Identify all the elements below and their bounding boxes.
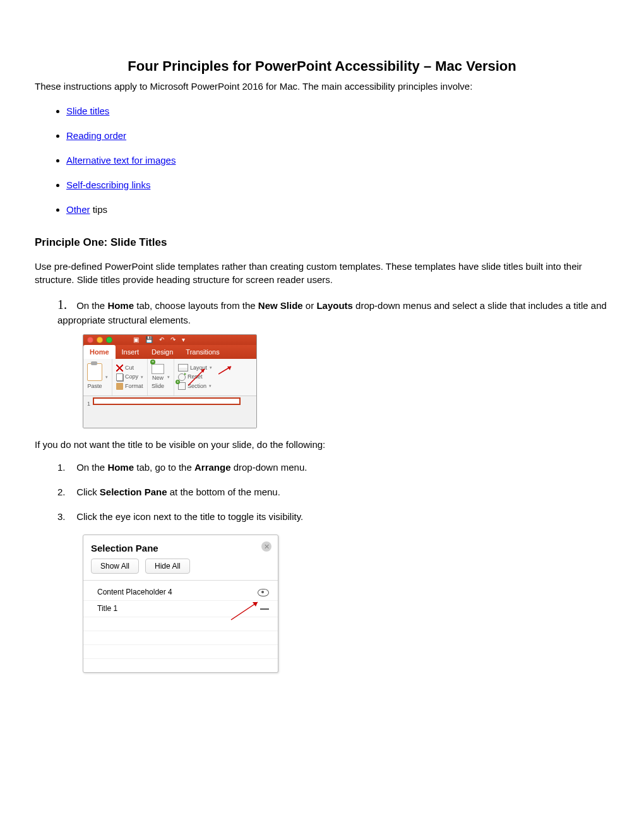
show-all-button: Show All [91, 559, 139, 574]
format-painter-icon [116, 383, 123, 390]
step-1: 1. On the Home tab, choose layouts from … [57, 296, 609, 327]
eye-visible-icon [258, 589, 269, 596]
hide-step-2: 2. Click Selection Pane at the bottom of… [57, 485, 609, 499]
hide-step-3: 3. Click the eye icon next to the title … [57, 510, 609, 523]
eye-hidden-icon [260, 608, 269, 610]
selection-item-content-placeholder: Content Placeholder 4 [83, 584, 278, 600]
tab-transitions: Transitions [179, 345, 225, 359]
hide-all-button: Hide All [145, 559, 190, 574]
window-max-icon [106, 337, 112, 343]
intro-text: These instructions apply to Microsoft Po… [35, 80, 609, 93]
selection-pane-title: Selection Pane [83, 535, 278, 559]
new-slide-label: NewSlide [152, 374, 164, 390]
undo-icon: ↶ [159, 335, 164, 344]
paste-icon [87, 363, 102, 381]
copy-icon [116, 373, 123, 381]
step-number: 1. [57, 296, 74, 313]
tab-design: Design [145, 345, 179, 359]
new-slide-icon [152, 364, 164, 374]
chevron-down-icon: ▾ [105, 374, 108, 380]
page-title: Four Principles for PowerPoint Accessibi… [35, 57, 609, 76]
cut-icon [116, 365, 123, 372]
qat-icon: ▣ [133, 335, 139, 344]
selection-item-title: Title 1 [83, 600, 278, 617]
chevron-down-icon: ▾ [167, 374, 170, 380]
slide-number: 1 [87, 400, 90, 408]
principle-one-body: Use pre-defined PowerPoint slide templat… [35, 260, 609, 286]
principle-one-heading: Principle One: Slide Titles [35, 235, 609, 250]
hide-title-intro: If you do not want the title to be visib… [35, 438, 609, 451]
svg-line-2 [218, 366, 231, 374]
reset-icon [178, 373, 186, 381]
window-close-icon [87, 337, 93, 343]
ribbon-screenshot: ▣ 💾 ↶ ↷ ▾ Home Insert Design Transitions… [83, 334, 257, 428]
tab-home: Home [83, 345, 116, 359]
paste-label: Paste [87, 382, 102, 390]
link-other[interactable]: Other [66, 204, 90, 215]
close-icon: ✕ [261, 541, 271, 552]
selection-pane-screenshot: ✕ Selection Pane Show All Hide All Conte… [83, 535, 278, 673]
section-icon [178, 382, 186, 390]
svg-marker-3 [227, 366, 231, 370]
link-reading-order[interactable]: Reading order [66, 130, 126, 141]
window-min-icon [97, 337, 103, 343]
link-self-describing[interactable]: Self-describing links [66, 179, 150, 190]
layout-icon [178, 364, 188, 372]
save-icon: 💾 [145, 335, 153, 344]
redo-icon: ↷ [170, 335, 176, 344]
other-rest: tips [90, 204, 108, 215]
slide-thumbnail [94, 399, 239, 404]
qat-more-icon: ▾ [182, 335, 185, 344]
link-slide-titles[interactable]: Slide titles [66, 106, 109, 116]
hide-step-1: 1. On the Home tab, go to the Arrange dr… [57, 461, 609, 474]
link-alt-text[interactable]: Alternative text for images [66, 155, 176, 166]
tab-insert: Insert [116, 345, 146, 359]
annotation-arrow-icon [218, 365, 232, 375]
principles-list: Slide titles Reading order Alternative t… [66, 104, 609, 216]
